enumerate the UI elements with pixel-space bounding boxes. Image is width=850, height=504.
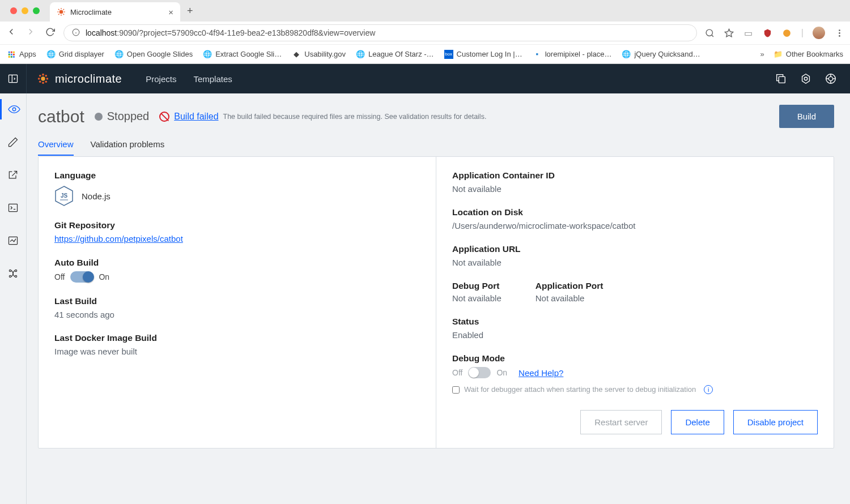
- bookmark-label: Grid displayer: [59, 50, 104, 58]
- field-last-build: Last Build 41 seconds ago: [54, 296, 420, 319]
- zoom-icon[interactable]: [705, 28, 715, 38]
- sidebar: [0, 93, 27, 504]
- field-value: Enabled: [452, 330, 818, 340]
- sidebar-monitor[interactable]: [0, 230, 27, 251]
- globe-icon: 🌐: [114, 50, 124, 59]
- svg-line-7: [58, 14, 59, 15]
- bookmark-label: Usability.gov: [304, 50, 346, 58]
- svg-point-37: [39, 80, 41, 83]
- bookmark-item[interactable]: 🌐Open Google Slides: [114, 50, 193, 59]
- bookmark-item[interactable]: ▪loremipixel - place…: [533, 50, 612, 59]
- folder-icon: 📁: [774, 50, 783, 59]
- sidebar-overview[interactable]: [0, 99, 27, 119]
- tab-validation[interactable]: Validation problems: [91, 139, 165, 156]
- brand[interactable]: microclimate: [27, 72, 132, 86]
- sidebar-toggle[interactable]: [0, 64, 27, 93]
- gear-icon[interactable]: [799, 72, 813, 86]
- field-location: Location on Disk /Users/aunderwo/microcl…: [452, 207, 818, 230]
- bookmark-item[interactable]: 🌐League Of Starz -…: [356, 50, 434, 59]
- brand-logo-icon: [37, 72, 49, 85]
- field-label: Last Docker Image Build: [54, 333, 420, 343]
- nav-projects[interactable]: Projects: [146, 74, 176, 84]
- svg-line-13: [712, 35, 713, 36]
- bookmark-apps[interactable]: Apps: [7, 50, 36, 59]
- star-icon[interactable]: [724, 28, 734, 38]
- error-icon: [159, 112, 169, 122]
- globe-icon: 🌐: [622, 50, 631, 59]
- diamond-icon: ◆: [292, 50, 301, 59]
- profile-avatar[interactable]: [813, 27, 825, 39]
- svg-point-0: [60, 10, 63, 14]
- tab-overview[interactable]: Overview: [38, 139, 74, 156]
- svg-point-12: [706, 29, 712, 36]
- svg-point-15: [783, 29, 790, 37]
- sidebar-pipeline[interactable]: [0, 263, 27, 284]
- field-label: Debug Mode: [452, 353, 818, 364]
- field-app-url: Application URL Not available: [452, 244, 818, 267]
- content: catbot Stopped Build failed The build fa…: [27, 93, 850, 504]
- svg-point-53: [15, 270, 16, 271]
- overview-panel: Language JS Node.js Git Repository https…: [38, 156, 834, 449]
- auto-build-toggle[interactable]: [70, 271, 93, 283]
- svg-marker-40: [802, 74, 810, 84]
- shield-icon[interactable]: [763, 28, 773, 38]
- sidebar-terminal[interactable]: [0, 198, 27, 218]
- extension2-icon[interactable]: [782, 28, 792, 38]
- svg-point-32: [42, 82, 44, 84]
- window-close-icon[interactable]: [10, 7, 17, 14]
- bookmark-item[interactable]: 🌐jQuery Quicksand…: [622, 50, 700, 59]
- copy-icon[interactable]: [774, 72, 788, 86]
- delete-button[interactable]: Delete: [671, 410, 724, 434]
- svg-point-43: [828, 76, 832, 80]
- address-bar[interactable]: localhost:9090/?project=57909cc0-4f94-11…: [63, 24, 697, 41]
- wait-debugger-checkbox[interactable]: [452, 386, 460, 394]
- bookmarks-overflow-icon[interactable]: »: [760, 50, 764, 58]
- svg-line-5: [58, 9, 59, 10]
- info-icon[interactable]: i: [704, 385, 713, 394]
- build-failed-link[interactable]: Build failed: [174, 112, 218, 122]
- back-button[interactable]: [6, 27, 17, 39]
- action-buttons: Restart server Delete Disable project: [452, 410, 818, 434]
- bookmark-item[interactable]: boxCustomer Log In |…: [444, 50, 522, 59]
- window-maximize-icon[interactable]: [33, 7, 40, 14]
- window-minimize-icon[interactable]: [22, 7, 28, 14]
- git-repo-link[interactable]: https://github.com/petpixels/catbot: [54, 234, 183, 244]
- sidebar-edit[interactable]: [0, 132, 27, 152]
- tab-close-icon[interactable]: ×: [168, 7, 173, 17]
- svg-text:JS: JS: [61, 193, 68, 199]
- bookmarks-bar: Apps 🌐Grid displayer 🌐Open Google Slides…: [0, 44, 850, 63]
- svg-point-48: [12, 108, 16, 111]
- field-value: Node.js: [82, 191, 110, 201]
- svg-rect-20: [11, 51, 12, 53]
- nav-templates[interactable]: Templates: [193, 74, 232, 84]
- svg-point-18: [839, 35, 840, 37]
- menu-icon[interactable]: [834, 28, 844, 38]
- browser-tab[interactable]: Microclimate ×: [50, 2, 180, 22]
- debug-mode-toggle[interactable]: [468, 367, 491, 378]
- header-right: [774, 72, 850, 86]
- build-button[interactable]: Build: [779, 105, 834, 128]
- svg-point-54: [9, 275, 11, 277]
- help-icon[interactable]: [824, 72, 838, 86]
- disable-project-button[interactable]: Disable project: [733, 410, 818, 434]
- field-value: Not available: [536, 293, 604, 303]
- other-bookmarks[interactable]: 📁Other Bookmarks: [774, 50, 843, 59]
- bookmark-item[interactable]: 🌐Extract Google Sli…: [203, 50, 282, 59]
- svg-rect-22: [8, 53, 10, 55]
- forward-button[interactable]: [25, 27, 36, 39]
- bookmark-label: Apps: [19, 50, 36, 58]
- bookmark-item[interactable]: ◆Usability.gov: [292, 50, 346, 59]
- reload-button[interactable]: [44, 27, 56, 39]
- nodejs-icon: JS: [54, 185, 74, 207]
- svg-rect-28: [9, 75, 18, 82]
- field-value: /Users/aunderwo/microclimate-workspace/c…: [452, 221, 818, 230]
- field-label: Application URL: [452, 244, 818, 254]
- need-help-link[interactable]: Need Help?: [518, 368, 563, 378]
- extension-icon[interactable]: ▭: [743, 28, 754, 38]
- restart-server-button[interactable]: Restart server: [580, 410, 662, 434]
- sidebar-open[interactable]: [0, 165, 27, 185]
- globe-icon: 🌐: [203, 50, 212, 59]
- site-info-icon[interactable]: [72, 28, 80, 38]
- new-tab-button[interactable]: +: [187, 5, 193, 17]
- bookmark-item[interactable]: 🌐Grid displayer: [46, 50, 104, 59]
